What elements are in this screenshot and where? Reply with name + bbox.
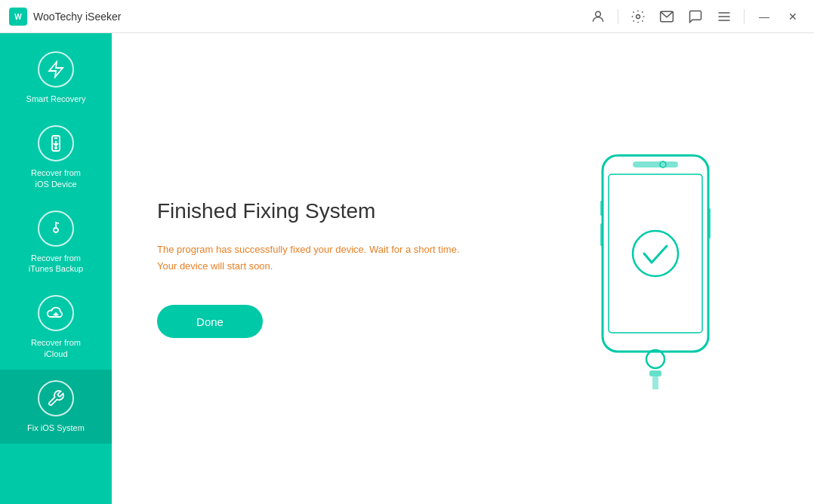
content-left: Finished Fixing System The program has s…	[157, 199, 572, 338]
svg-text:W: W	[14, 13, 22, 21]
sidebar-item-smart-recovery[interactable]: Smart Recovery	[0, 41, 112, 115]
sidebar-item-recover-itunes[interactable]: Recover fromiTunes Backup	[0, 200, 112, 285]
sidebar-item-fix-ios[interactable]: Fix iOS System	[0, 370, 112, 444]
app-title: WooTechy iSeeker	[33, 11, 586, 23]
chat-icon[interactable]	[683, 5, 708, 29]
recover-ios-icon	[38, 125, 74, 161]
separator2	[744, 9, 745, 24]
svg-rect-13	[609, 174, 702, 333]
main-layout: Smart Recovery Recover fromiOS Device	[0, 33, 814, 504]
sidebar-label-fix-ios: Fix iOS System	[27, 423, 85, 433]
svg-rect-14	[633, 161, 678, 167]
done-button[interactable]: Done	[157, 305, 263, 338]
svg-point-11	[54, 228, 58, 232]
sidebar-label-recover-ios: Recover fromiOS Device	[31, 167, 81, 189]
sidebar: Smart Recovery Recover fromiOS Device	[0, 33, 112, 504]
svg-rect-21	[600, 223, 603, 246]
svg-rect-19	[652, 376, 658, 389]
mail-icon[interactable]	[655, 5, 679, 29]
menu-icon[interactable]	[712, 5, 736, 29]
svg-point-10	[55, 147, 57, 149]
description-line1: The program has successfully fixed your …	[157, 244, 460, 255]
phone-illustration	[572, 148, 738, 389]
svg-rect-22	[708, 208, 711, 238]
svg-point-3	[637, 14, 640, 18]
description-line2: Your device will start soon.	[157, 260, 273, 272]
sidebar-item-recover-icloud[interactable]: Recover fromiCloud	[0, 284, 112, 370]
svg-point-2	[596, 11, 601, 17]
sidebar-label-recover-icloud: Recover fromiCloud	[31, 337, 81, 359]
settings-icon[interactable]	[626, 5, 650, 29]
svg-rect-18	[649, 370, 661, 376]
sidebar-label-smart-recovery: Smart Recovery	[26, 94, 86, 104]
smart-recovery-icon	[38, 51, 74, 88]
svg-marker-8	[49, 62, 63, 77]
separator	[618, 9, 618, 24]
title-bar-controls: — ✕	[586, 5, 805, 29]
close-button[interactable]: ✕	[781, 5, 805, 29]
account-icon[interactable]	[586, 5, 610, 29]
sidebar-item-recover-ios[interactable]: Recover fromiOS Device	[0, 115, 112, 200]
app-logo: W	[9, 8, 27, 26]
recover-icloud-icon	[38, 295, 74, 331]
svg-point-16	[646, 350, 664, 368]
page-title: Finished Fixing System	[157, 199, 572, 223]
fix-ios-icon	[38, 380, 74, 416]
minimize-button[interactable]: —	[752, 5, 776, 29]
content-description: The program has successfully fixed your …	[157, 241, 474, 275]
sidebar-label-recover-itunes: Recover fromiTunes Backup	[29, 253, 83, 275]
content-area: Finished Fixing System The program has s…	[112, 33, 814, 504]
recover-itunes-icon	[38, 211, 74, 247]
title-bar: W WooTechy iSeeker	[0, 0, 814, 33]
svg-rect-20	[600, 201, 603, 216]
